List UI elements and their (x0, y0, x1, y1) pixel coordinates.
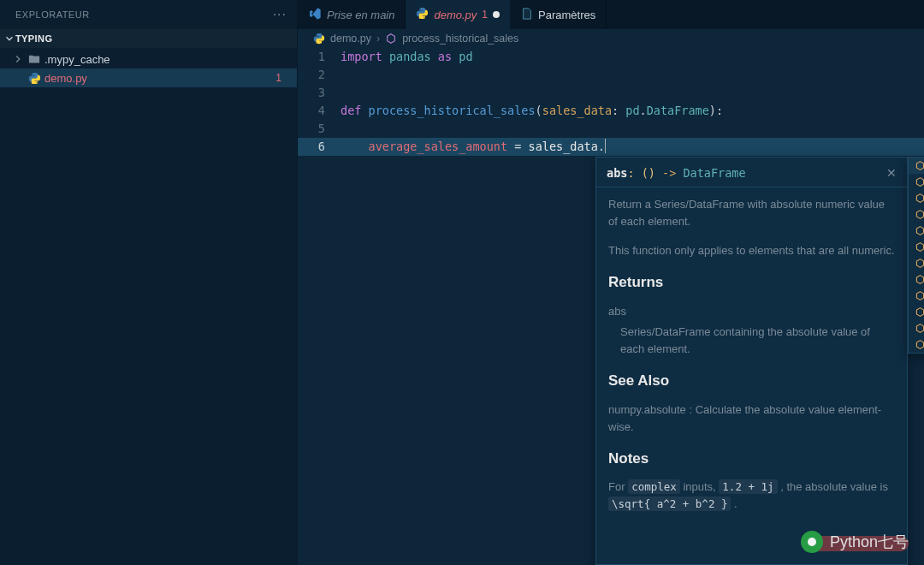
text-cursor (605, 139, 607, 153)
suggest-item[interactable]: abs (909, 158, 924, 174)
doc-paragraph: This function only applies to elements t… (608, 242, 895, 259)
section-label: TYPING (15, 33, 52, 44)
tree-file-demo-py[interactable]: demo.py 1 (0, 68, 297, 87)
symbol-method-icon (914, 193, 924, 205)
doc-heading: Returns (608, 271, 895, 294)
suggest-item[interactable]: add_prefix (909, 190, 924, 206)
doc-body[interactable]: Return a Series/DataFrame with absolute … (596, 187, 907, 533)
doc-paragraph: For complex inputs, 1.2 + 1j , the absol… (608, 479, 895, 513)
symbol-method-icon (914, 209, 924, 221)
line-number: 5 (298, 120, 341, 138)
breadcrumb[interactable]: demo.py › process_historical_sales (298, 29, 924, 48)
tab-demo-py[interactable]: demo.py 1 (406, 0, 511, 29)
symbol-method-icon (914, 339, 924, 351)
code-line: import pandas as pd (341, 48, 924, 66)
symbol-method-icon (914, 306, 924, 318)
folder-section-header[interactable]: TYPING (0, 29, 297, 48)
code-line: def process_historical_sales(sales_data:… (341, 102, 924, 120)
suggest-item[interactable]: add (909, 174, 924, 190)
python-file-icon (313, 33, 325, 45)
explorer-sidebar: EXPLORATEUR ··· TYPING .mypy_cache (0, 0, 298, 565)
line-number: 1 (298, 48, 341, 66)
suggest-item[interactable]: agg (909, 223, 924, 239)
breadcrumb-file: demo.py (330, 33, 371, 45)
symbol-method-icon (914, 290, 924, 302)
tab-label: Paramètres (538, 9, 595, 21)
symbol-method-icon (914, 176, 924, 188)
line-number: 6 (298, 138, 341, 156)
tab-settings[interactable]: Paramètres (511, 0, 607, 29)
tree-label: .mypy_cache (44, 53, 285, 66)
tab-error-badge: 1 (482, 9, 488, 21)
chevron-right-icon (12, 53, 24, 65)
error-count-badge: 1 (272, 72, 285, 84)
symbol-method-icon (914, 225, 924, 237)
symbol-method-icon (385, 33, 397, 45)
code-line: average_sales_amount = sales_data. (341, 138, 924, 156)
symbol-method-icon (914, 160, 924, 172)
documentation-popup: abs: () -> DataFrame ✕ Return a Series/D… (595, 157, 908, 565)
doc-signature: abs: () -> DataFrame (607, 166, 746, 180)
folder-icon (27, 52, 41, 66)
doc-heading: See Also (608, 370, 895, 392)
suggest-item[interactable]: any (909, 288, 924, 304)
chevron-down-icon (3, 33, 15, 45)
python-file-icon (416, 7, 429, 22)
editor-tabs: Prise en main demo.py 1 Paramètres (298, 0, 924, 29)
breadcrumb-symbol: process_historical_sales (402, 33, 518, 45)
doc-return-desc: Series/DataFrame containing the absolute… (620, 324, 895, 358)
explorer-title: EXPLORATEUR (15, 9, 90, 20)
line-number: 2 (298, 66, 341, 84)
vscode-icon (308, 7, 322, 23)
doc-paragraph: Return a Series/DataFrame with absolute … (608, 196, 895, 230)
editor-area: Prise en main demo.py 1 Paramètres (298, 0, 924, 565)
file-icon (521, 8, 533, 22)
suggest-item[interactable]: add_suffix (909, 206, 924, 223)
tab-welcome[interactable]: Prise en main (298, 0, 406, 29)
tab-label: Prise en main (327, 9, 394, 21)
suggest-item[interactable]: align (909, 255, 924, 271)
symbol-method-icon (914, 274, 924, 286)
line-number: 4 (298, 102, 341, 120)
line-number: 3 (298, 84, 341, 102)
suggest-item[interactable]: all (909, 271, 924, 288)
more-actions-icon[interactable]: ··· (273, 7, 287, 22)
suggest-item[interactable]: asfreq (909, 336, 924, 353)
close-icon[interactable]: ✕ (886, 166, 897, 180)
suggest-item[interactable]: apply (909, 304, 924, 320)
suggest-item[interactable]: applymap (909, 320, 924, 336)
tree-folder-mypy-cache[interactable]: .mypy_cache (0, 50, 297, 68)
suggest-item[interactable]: aggregate (909, 239, 924, 255)
tree-label: demo.py (44, 72, 269, 85)
python-file-icon (27, 71, 41, 85)
symbol-method-icon (914, 258, 924, 270)
doc-return-name: abs (608, 303, 895, 320)
symbol-method-icon (914, 241, 924, 253)
autocomplete-popup[interactable]: absaddadd_prefixadd_suffixaggaggregateal… (908, 157, 924, 354)
doc-paragraph: numpy.absolute : Calculate the absolute … (608, 401, 895, 436)
unsaved-dot-icon (493, 11, 500, 18)
chevron-right-icon: › (376, 33, 380, 45)
file-tree: .mypy_cache demo.py 1 (0, 48, 297, 87)
explorer-header: EXPLORATEUR ··· (0, 0, 297, 29)
doc-heading: Notes (608, 448, 895, 470)
symbol-method-icon (914, 323, 924, 335)
tab-label: demo.py (434, 9, 477, 21)
